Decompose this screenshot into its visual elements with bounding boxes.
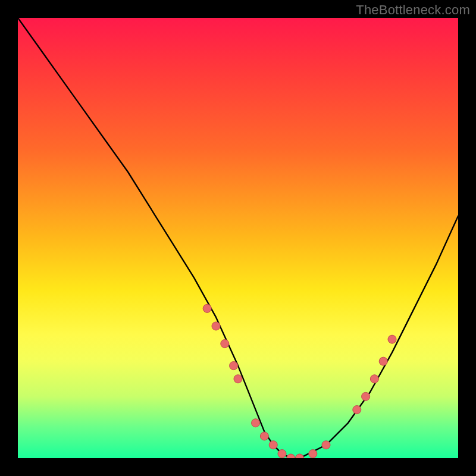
data-point [230, 362, 238, 370]
chart-container: TheBottleneck.com [0, 0, 476, 476]
plot-area [18, 18, 458, 458]
data-point [388, 335, 396, 343]
data-point [212, 322, 220, 330]
data-point [322, 441, 330, 449]
data-point [379, 357, 387, 365]
data-point [296, 454, 304, 458]
data-point [353, 406, 361, 414]
points-layer [203, 304, 396, 458]
data-point [362, 392, 370, 400]
chart-svg [18, 18, 458, 458]
bottleneck-curve [18, 18, 458, 458]
data-point [260, 432, 268, 440]
curve-layer [18, 18, 458, 458]
data-point [309, 450, 317, 458]
data-point [203, 304, 211, 312]
data-point [252, 419, 260, 427]
data-point [287, 454, 295, 458]
data-point [221, 340, 229, 348]
data-point [269, 441, 277, 449]
data-point [278, 450, 286, 458]
data-point [370, 375, 378, 383]
attribution-text: TheBottleneck.com [356, 2, 470, 18]
data-point [234, 375, 242, 383]
